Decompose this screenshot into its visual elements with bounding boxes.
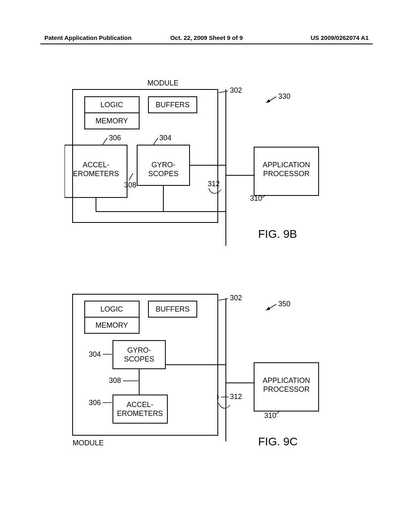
- proc-label-2: PROCESSOR: [263, 385, 309, 393]
- gyro-label-2: SCOPES: [124, 355, 154, 363]
- ref-306: 306: [109, 134, 121, 142]
- ref-350: 350: [278, 300, 290, 308]
- leader-312b: [219, 403, 230, 408]
- ref-308: 308: [124, 181, 136, 189]
- logic-label: LOGIC: [100, 101, 123, 109]
- buffers-label: BUFFERS: [156, 305, 190, 313]
- leader-302: [219, 91, 228, 93]
- module-label: MODULE: [73, 439, 104, 447]
- leader-308: [129, 173, 133, 181]
- header-divider: [40, 44, 373, 44]
- ref-308: 308: [109, 376, 121, 384]
- figure-caption: FIG. 9C: [258, 435, 298, 448]
- leader-306: [102, 138, 107, 145]
- accel-label-1: ACCEL-: [127, 401, 153, 409]
- leader-312: [209, 188, 221, 193]
- module-box: [73, 89, 218, 222]
- ref-310: 310: [250, 194, 262, 202]
- accel-label-2: EROMETERS: [73, 170, 119, 178]
- date-sheet: Oct. 22, 2009 Sheet 9 of 9: [152, 34, 261, 41]
- ref-302: 302: [230, 86, 242, 94]
- gyroscopes-box: [113, 341, 165, 369]
- page-header: Patent Application Publication Oct. 22, …: [0, 34, 413, 41]
- ref-312: 312: [208, 180, 220, 188]
- ref-306: 306: [89, 399, 101, 407]
- figure-9b: MODULE LOGIC MEMORY BUFFERS 306 304 ACCE…: [65, 77, 363, 246]
- gyro-label-2: SCOPES: [148, 170, 178, 178]
- arrow-330: [266, 99, 270, 103]
- figure-caption: FIG. 9B: [258, 228, 297, 240]
- memory-label: MEMORY: [96, 321, 128, 329]
- ref-304: 304: [89, 350, 101, 358]
- publication-type: Patent Application Publication: [44, 34, 152, 41]
- ref-302: 302: [230, 294, 242, 302]
- figure-9c: LOGIC MEMORY BUFFERS GYRO- SCOPES 304 AC…: [65, 284, 363, 453]
- module-label: MODULE: [147, 79, 178, 87]
- ref-330: 330: [278, 92, 290, 100]
- accelerometers-box: [113, 395, 167, 423]
- proc-label-2: PROCESSOR: [263, 170, 309, 178]
- accel-label-2: EROMETERS: [117, 409, 163, 418]
- leader-302: [219, 299, 228, 300]
- proc-label-1: APPLICATION: [263, 376, 310, 384]
- ref-310: 310: [264, 411, 276, 420]
- memory-label: MEMORY: [96, 117, 128, 125]
- leader-304: [153, 138, 158, 145]
- accel-label-1: ACCEL-: [83, 161, 109, 169]
- publication-number: US 2009/0262074 A1: [261, 34, 369, 41]
- proc-label-1: APPLICATION: [263, 161, 310, 169]
- gyro-label-1: GYRO-: [151, 161, 175, 169]
- gyro-label-1: GYRO-: [127, 346, 151, 354]
- arrow-350: [266, 307, 270, 310]
- ref-312: 312: [230, 393, 242, 401]
- logic-label: LOGIC: [100, 305, 123, 313]
- ref-304: 304: [159, 134, 171, 142]
- buffers-label: BUFFERS: [156, 101, 190, 109]
